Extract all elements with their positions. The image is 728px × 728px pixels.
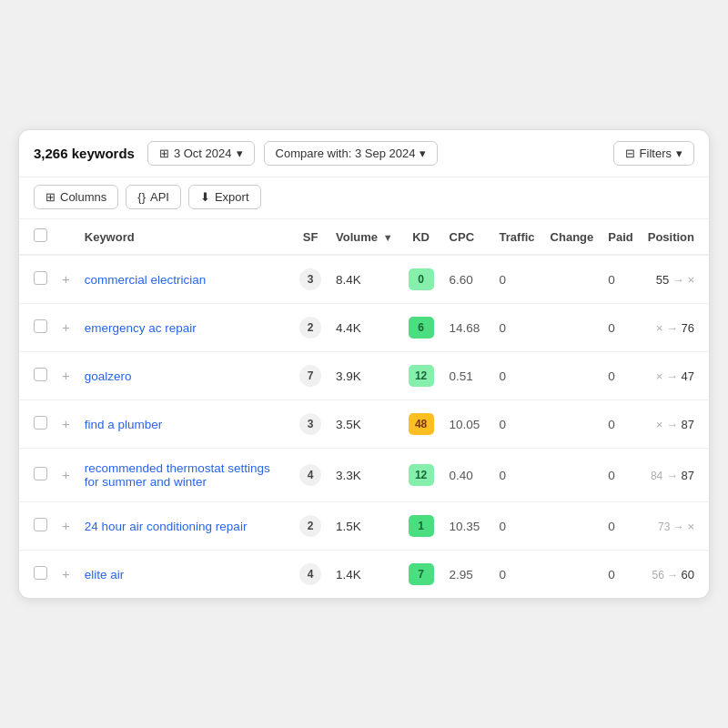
keyword-cell: recommended thermostat settings for summ…: [77, 449, 292, 502]
position-from: 73: [658, 521, 670, 533]
plus-icon[interactable]: +: [62, 368, 70, 383]
paid-cell: 0: [601, 551, 640, 599]
table-row: + emergency ac repair 2 4.4K 6 14.68 0 0…: [19, 304, 709, 352]
kd-badge: 6: [409, 317, 434, 339]
keyword-link[interactable]: 24 hour air conditioning repair: [85, 520, 248, 533]
row-checkbox[interactable]: [34, 368, 47, 381]
row-expand-cell[interactable]: +: [55, 255, 77, 304]
row-expand-cell[interactable]: +: [55, 551, 77, 599]
api-icon: {}: [137, 190, 146, 204]
traffic-cell: 0: [492, 449, 543, 502]
compare-button[interactable]: Compare with: 3 Sep 2024 ▾: [264, 141, 439, 166]
keyword-link[interactable]: recommended thermostat settings for summ…: [85, 461, 270, 489]
cpc-cell: 6.60: [442, 255, 492, 304]
change-cell: [543, 352, 602, 400]
select-all-checkbox-cell[interactable]: [19, 219, 55, 255]
keyword-link[interactable]: find a plumber: [85, 418, 163, 431]
row-checkbox-cell[interactable]: [19, 502, 55, 551]
keyword-link[interactable]: goalzero: [85, 369, 132, 383]
chevron-down-icon: ▾: [237, 147, 243, 160]
kd-cell: 7: [400, 551, 442, 599]
sf-column-header[interactable]: SF: [292, 219, 329, 255]
paid-cell: 0: [601, 502, 640, 551]
sf-cell: 3: [292, 400, 329, 449]
keyword-cell: elite air: [77, 551, 292, 599]
row-checkbox-cell[interactable]: [19, 352, 55, 400]
api-button[interactable]: {} API: [126, 185, 181, 209]
kd-badge: 12: [409, 365, 434, 387]
kd-cell: 0: [400, 255, 442, 304]
plus-icon[interactable]: +: [62, 467, 70, 482]
cpc-cell: 0.40: [442, 449, 492, 502]
chevron-down-icon: ▾: [420, 147, 426, 160]
row-expand-cell[interactable]: +: [55, 304, 77, 352]
change-cell: [543, 551, 602, 599]
paid-column-header[interactable]: Paid: [601, 219, 640, 255]
sort-desc-icon: ▼: [383, 232, 393, 243]
filters-button[interactable]: ⊟ Filters ▾: [613, 141, 694, 166]
position-cell: 84 → 87: [641, 449, 709, 502]
kd-column-header[interactable]: KD: [400, 219, 442, 255]
table-row: + recommended thermostat settings for su…: [19, 449, 709, 502]
keyword-column-header[interactable]: Keyword: [77, 219, 292, 255]
cpc-cell: 2.95: [442, 551, 492, 599]
row-checkbox[interactable]: [34, 416, 47, 430]
row-checkbox[interactable]: [34, 566, 47, 580]
change-column-header[interactable]: Change: [543, 219, 602, 255]
plus-icon[interactable]: +: [62, 566, 70, 581]
cpc-cell: 10.35: [442, 502, 492, 551]
row-checkbox[interactable]: [34, 271, 47, 285]
volume-cell: 3.9K: [329, 352, 400, 400]
position-column-header[interactable]: Position: [641, 219, 709, 255]
keywords-table: Keyword SF Volume ▼ KD CPC Traffic Chang…: [19, 219, 709, 598]
paid-cell: 0: [601, 255, 640, 304]
table-row: + elite air 4 1.4K 7 2.95 0 0 56 → 60: [19, 551, 709, 599]
row-expand-cell[interactable]: +: [55, 502, 77, 551]
cpc-column-header[interactable]: CPC: [442, 219, 492, 255]
paid-cell: 0: [601, 304, 640, 352]
row-expand-cell[interactable]: +: [55, 400, 77, 449]
row-checkbox-cell[interactable]: [19, 255, 55, 304]
position-cell: × → 76: [641, 304, 709, 352]
keyword-cell: goalzero: [77, 352, 292, 400]
volume-cell: 8.4K: [329, 255, 400, 304]
traffic-cell: 0: [492, 502, 543, 551]
plus-icon[interactable]: +: [62, 416, 70, 431]
select-all-checkbox[interactable]: [34, 228, 47, 242]
row-checkbox-cell[interactable]: [19, 449, 55, 502]
paid-cell: 0: [601, 449, 640, 502]
export-button[interactable]: ⬇ Export: [188, 185, 261, 209]
kd-cell: 12: [400, 352, 442, 400]
volume-cell: 4.4K: [329, 304, 400, 352]
row-checkbox[interactable]: [34, 319, 47, 333]
filter-icon: ⊟: [625, 147, 635, 160]
sf-cell: 4: [292, 449, 329, 502]
change-cell: [543, 304, 602, 352]
sf-badge: 4: [299, 563, 321, 585]
row-checkbox[interactable]: [34, 467, 47, 480]
table-row: + 24 hour air conditioning repair 2 1.5K…: [19, 502, 709, 551]
row-checkbox-cell[interactable]: [19, 400, 55, 449]
volume-cell: 1.5K: [329, 502, 400, 551]
keyword-link[interactable]: commercial electrician: [85, 273, 207, 287]
plus-icon[interactable]: +: [62, 518, 70, 533]
volume-column-header[interactable]: Volume ▼: [329, 219, 400, 255]
row-expand-cell[interactable]: +: [55, 352, 77, 400]
toolbar-row1: 3,266 keywords ⊞ 3 Oct 2024 ▾ Compare wi…: [19, 130, 709, 177]
traffic-cell: 0: [492, 352, 543, 400]
keyword-link[interactable]: emergency ac repair: [85, 321, 197, 335]
row-expand-cell[interactable]: +: [55, 449, 77, 502]
keyword-link[interactable]: elite air: [85, 568, 125, 581]
plus-icon[interactable]: +: [62, 319, 70, 335]
row-checkbox[interactable]: [34, 518, 47, 531]
position-cell: 56 → 60: [641, 551, 709, 599]
row-checkbox-cell[interactable]: [19, 304, 55, 352]
position-cell: × → 87: [641, 400, 709, 449]
plus-icon[interactable]: +: [62, 271, 70, 287]
kd-badge: 7: [409, 563, 434, 585]
row-checkbox-cell[interactable]: [19, 551, 55, 599]
traffic-column-header[interactable]: Traffic: [492, 219, 543, 255]
date-picker-button[interactable]: ⊞ 3 Oct 2024 ▾: [147, 141, 255, 166]
columns-button[interactable]: ⊞ Columns: [34, 185, 118, 209]
change-cell: [543, 400, 602, 449]
